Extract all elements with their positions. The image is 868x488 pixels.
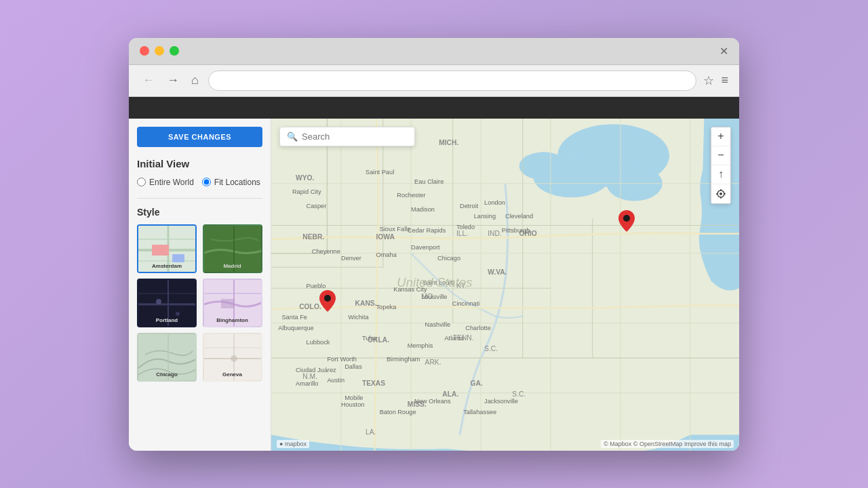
map-background: WYO. S.D. WIS. MICH. NEBR. IOWA ILL. IND…: [271, 119, 739, 451]
style-thumb-streets[interactable]: Amsterdam: [137, 224, 197, 273]
fit-locations-label: Fit Locations: [214, 178, 260, 187]
window-close-button[interactable]: ✕: [719, 45, 728, 58]
fit-locations-option[interactable]: Fit Locations: [202, 178, 260, 187]
map-search-input[interactable]: [302, 131, 408, 142]
svg-text:Casper: Casper: [306, 202, 326, 209]
svg-text:KANS.: KANS.: [355, 299, 377, 306]
title-bar: ✕: [129, 38, 739, 65]
svg-text:ILL.: ILL.: [456, 229, 468, 237]
svg-rect-19: [221, 299, 235, 308]
map-container[interactable]: WYO. S.D. WIS. MICH. NEBR. IOWA ILL. IND…: [271, 119, 739, 451]
locate-icon: [716, 189, 726, 199]
svg-text:OKLA.: OKLA.: [368, 336, 389, 344]
compass-button[interactable]: ↑: [711, 165, 730, 184]
style-thumb-minimal[interactable]: Geneva: [203, 333, 262, 382]
svg-text:ALA.: ALA.: [442, 390, 458, 397]
app-toolbar: [129, 97, 739, 119]
svg-text:Memphis: Memphis: [408, 342, 433, 348]
svg-text:S.C.: S.C.: [512, 390, 526, 397]
svg-text:Tallahassee: Tallahassee: [463, 408, 496, 415]
zoom-out-button[interactable]: −: [711, 146, 730, 165]
minimize-traffic-light[interactable]: [155, 46, 164, 56]
svg-text:Detroit: Detroit: [460, 202, 479, 209]
style-thumb-satellite[interactable]: Madrid: [203, 224, 262, 273]
initial-view-title: Initial View: [137, 158, 262, 169]
entire-world-radio[interactable]: [137, 178, 146, 186]
svg-text:N.M.: N.M.: [302, 373, 317, 380]
svg-text:Chicago: Chicago: [437, 254, 460, 261]
zoom-in-button[interactable]: +: [711, 127, 730, 146]
svg-text:ARK.: ARK.: [425, 359, 441, 366]
map-pin-1[interactable]: [319, 290, 336, 314]
back-button[interactable]: ←: [140, 72, 157, 89]
save-changes-button[interactable]: SAVE CHANGES: [137, 127, 262, 147]
svg-point-26: [231, 355, 237, 362]
svg-point-119: [719, 192, 722, 195]
map-attribution: © Mapbox © OpenStreetMap Improve this ma…: [601, 440, 734, 448]
svg-text:Santa Fe: Santa Fe: [281, 314, 307, 321]
map-svg: WYO. S.D. WIS. MICH. NEBR. IOWA ILL. IND…: [271, 119, 739, 451]
svg-text:Denver: Denver: [341, 254, 361, 261]
svg-text:TEXAS: TEXAS: [362, 380, 385, 387]
forward-button[interactable]: →: [164, 72, 182, 89]
style-thumb-purple[interactable]: Binghamton: [203, 279, 262, 327]
svg-rect-5: [152, 245, 169, 256]
svg-point-14: [156, 299, 161, 304]
svg-text:Rapid City: Rapid City: [292, 188, 321, 195]
menu-button[interactable]: ≡: [721, 73, 728, 87]
browser-window: ✕ ← → ⌂ ☆ ≡ SAVE CHANGES Initial View En…: [129, 38, 739, 451]
home-button[interactable]: ⌂: [189, 72, 201, 89]
svg-text:S.C.: S.C.: [484, 344, 498, 352]
style-thumb-topo[interactable]: Chicago: [137, 333, 197, 382]
address-bar[interactable]: [208, 70, 697, 91]
svg-text:LA.: LA.: [366, 428, 376, 436]
svg-text:Pueblo: Pueblo: [306, 283, 326, 289]
svg-text:New Orleans: New Orleans: [414, 398, 451, 405]
svg-text:Atlanta: Atlanta: [444, 335, 465, 342]
svg-text:United States: United States: [397, 275, 472, 289]
locate-button[interactable]: [711, 184, 730, 203]
traffic-lights: [140, 46, 179, 56]
svg-text:Omaha: Omaha: [376, 251, 397, 258]
search-icon: 🔍: [287, 131, 298, 142]
style-thumb-dark[interactable]: Portland: [137, 279, 197, 327]
app-content: SAVE CHANGES Initial View Entire World F…: [129, 119, 739, 451]
pin-svg-2: [618, 210, 635, 232]
fit-locations-radio[interactable]: [202, 178, 211, 186]
svg-text:Austin: Austin: [327, 377, 344, 384]
style-minimal-label: Geneva: [222, 371, 242, 378]
bookmark-button[interactable]: ☆: [703, 73, 714, 88]
svg-text:Eau Claire: Eau Claire: [414, 178, 443, 184]
svg-point-31: [519, 152, 568, 180]
initial-view-radio-group: Entire World Fit Locations: [137, 178, 262, 187]
svg-text:MICH.: MICH.: [439, 139, 458, 146]
svg-text:Birmingham: Birmingham: [387, 356, 420, 363]
svg-text:Cheyenne: Cheyenne: [312, 247, 340, 254]
maximize-traffic-light[interactable]: [170, 46, 179, 56]
svg-text:Madison: Madison: [411, 205, 435, 212]
nav-bar: ← → ⌂ ☆ ≡: [129, 65, 739, 97]
svg-text:Davenport: Davenport: [411, 244, 440, 251]
map-controls: + − ↑: [711, 127, 731, 204]
style-topo-label: Chicago: [156, 371, 178, 378]
svg-text:IND.: IND.: [488, 229, 502, 237]
svg-text:Saint Paul: Saint Paul: [366, 169, 394, 176]
svg-text:Rochester: Rochester: [397, 192, 425, 199]
style-satellite-label: Madrid: [223, 263, 241, 269]
map-pin-2[interactable]: [618, 210, 635, 235]
svg-text:Nashville: Nashville: [425, 321, 451, 327]
mapbox-logo: ● mapbox: [277, 440, 309, 448]
svg-text:Charlotte: Charlotte: [465, 324, 491, 331]
svg-text:GA.: GA.: [471, 380, 483, 387]
svg-text:Houston: Houston: [341, 401, 364, 408]
svg-text:Cincinnati: Cincinnati: [452, 300, 480, 306]
style-grid: Amsterdam Madrid: [137, 224, 262, 382]
svg-point-120: [324, 295, 331, 302]
style-purple-label: Binghamton: [216, 317, 248, 323]
close-traffic-light[interactable]: [140, 46, 149, 56]
svg-text:Amarillo: Amarillo: [296, 380, 318, 387]
sidebar: SAVE CHANGES Initial View Entire World F…: [129, 119, 271, 451]
svg-text:COLO.: COLO.: [299, 303, 321, 310]
svg-text:Wichita: Wichita: [348, 314, 369, 321]
entire-world-option[interactable]: Entire World: [137, 178, 194, 187]
